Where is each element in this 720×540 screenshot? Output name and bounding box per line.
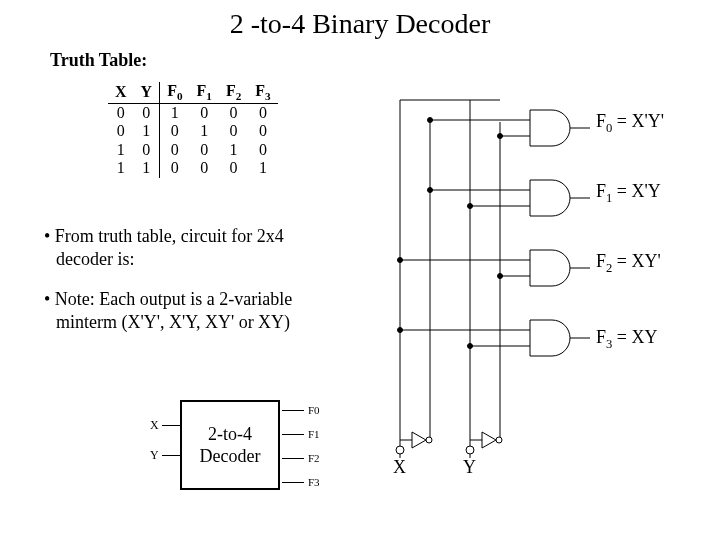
- table-cell: 0: [248, 104, 277, 123]
- block-in-x: X: [150, 418, 159, 433]
- table-cell: 1: [108, 159, 134, 177]
- table-cell: 0: [134, 141, 160, 159]
- logic-circuit: F0 = X'Y' F1 = X'Y F2 = XY' F3 = XY X Y: [360, 80, 710, 510]
- bullet-2: • Note: Each output is a 2-variable mint…: [44, 288, 344, 333]
- table-cell: 0: [219, 104, 248, 123]
- decoder-box: 2-to-4 Decoder: [180, 400, 280, 490]
- table-cell: 0: [108, 104, 134, 123]
- table-cell: 1: [219, 141, 248, 159]
- table-cell: 0: [160, 141, 190, 159]
- bullet-1: • From truth table, circuit for 2x4 deco…: [44, 225, 344, 270]
- svg-point-14: [428, 118, 433, 123]
- th-f1: F1: [190, 82, 219, 104]
- notes: • From truth table, circuit for 2x4 deco…: [44, 225, 344, 351]
- svg-point-24: [498, 274, 503, 279]
- page-title: 2 -to-4 Binary Decoder: [0, 0, 720, 40]
- svg-point-26: [398, 328, 403, 333]
- table-cell: 0: [134, 104, 160, 123]
- th-y: Y: [134, 82, 160, 104]
- block-in-y: Y: [150, 448, 159, 463]
- svg-point-18: [428, 188, 433, 193]
- svg-point-20: [468, 204, 473, 209]
- table-cell: 0: [219, 159, 248, 177]
- svg-point-5: [426, 437, 432, 443]
- svg-point-7: [496, 437, 502, 443]
- block-out-f1: F1: [308, 428, 320, 440]
- svg-point-32: [466, 446, 474, 454]
- table-cell: 0: [190, 159, 219, 177]
- svg-point-28: [468, 344, 473, 349]
- table-cell: 0: [248, 141, 277, 159]
- table-cell: 0: [160, 122, 190, 140]
- input-x-label: X: [393, 458, 406, 478]
- th-f3: F3: [248, 82, 277, 104]
- block-out-f2: F2: [308, 452, 320, 464]
- block-out-f0: F0: [308, 404, 320, 416]
- th-f0: F0: [160, 82, 190, 104]
- truth-table: X Y F0 F1 F2 F3 001000010100100010110001: [108, 82, 278, 178]
- table-cell: 1: [134, 159, 160, 177]
- truth-table-heading: Truth Table:: [50, 50, 147, 71]
- table-cell: 1: [160, 104, 190, 123]
- svg-point-22: [398, 258, 403, 263]
- table-cell: 0: [190, 141, 219, 159]
- gate-f3-label: F3 = XY: [596, 328, 657, 351]
- gate-f0-label: F0 = X'Y': [596, 112, 664, 135]
- table-cell: 0: [160, 159, 190, 177]
- table-cell: 1: [134, 122, 160, 140]
- block-out-f3: F3: [308, 476, 320, 488]
- gate-f2-label: F2 = XY': [596, 252, 661, 275]
- table-cell: 1: [190, 122, 219, 140]
- table-cell: 1: [108, 141, 134, 159]
- table-cell: 0: [108, 122, 134, 140]
- th-x: X: [108, 82, 134, 104]
- table-cell: 0: [219, 122, 248, 140]
- table-cell: 0: [248, 122, 277, 140]
- svg-point-30: [396, 446, 404, 454]
- table-cell: 1: [248, 159, 277, 177]
- table-cell: 0: [190, 104, 219, 123]
- input-y-label: Y: [463, 458, 476, 478]
- svg-point-16: [498, 134, 503, 139]
- th-f2: F2: [219, 82, 248, 104]
- block-diagram: X Y 2-to-4 Decoder F0 F1 F2 F3: [130, 390, 340, 500]
- gate-f1-label: F1 = X'Y: [596, 182, 661, 205]
